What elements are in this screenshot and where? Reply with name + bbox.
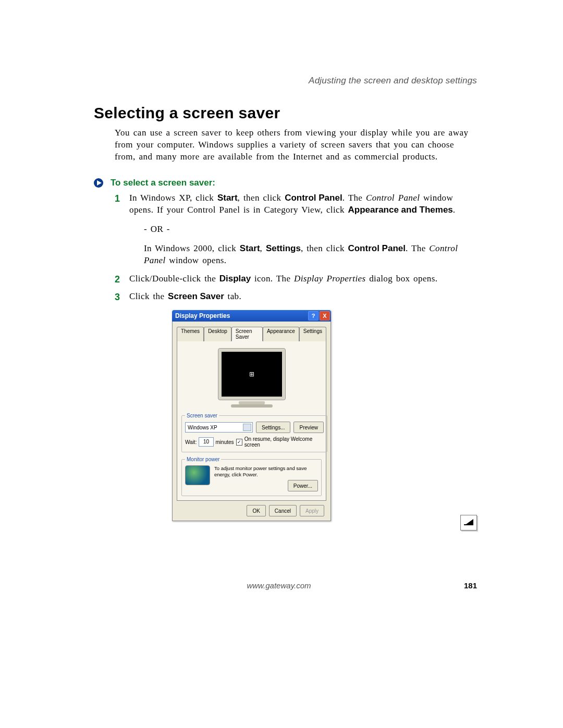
text: In Windows XP, click: [129, 193, 217, 203]
italic: Display Properties: [294, 274, 365, 283]
step-number: 3: [115, 291, 120, 303]
italic: Control Panel: [366, 193, 420, 203]
chapter-header: Adjusting the screen and desktop setting…: [94, 76, 477, 86]
monitor-power-text: To adjust monitor power settings and sav…: [214, 465, 318, 478]
page-footer: www.gateway.com 181: [94, 581, 477, 590]
bold: Start: [240, 243, 260, 253]
tab-desktop[interactable]: Desktop: [204, 327, 231, 341]
step-number: 2: [115, 273, 120, 286]
text: Click/Double-click the: [129, 274, 219, 283]
monitor-preview: ⊞: [181, 346, 322, 409]
cancel-button[interactable]: Cancel: [269, 505, 297, 516]
step-1: 1 In Windows XP, click Start, then click…: [115, 192, 477, 267]
text: . The: [406, 243, 429, 253]
svg-marker-2: [466, 519, 473, 524]
intro-paragraph: You can use a screen saver to keep other…: [115, 127, 477, 163]
steps-list: 1 In Windows XP, click Start, then click…: [115, 192, 477, 303]
screensaver-dropdown[interactable]: Windows XP: [185, 422, 253, 433]
bold: Start: [217, 193, 238, 203]
text: , then click: [238, 193, 285, 203]
text: window opens.: [166, 255, 227, 265]
text: .: [453, 205, 456, 215]
resume-checkbox[interactable]: ✓: [236, 439, 242, 446]
back-arrow-icon: [460, 515, 477, 530]
bold: Display: [219, 274, 251, 283]
tab-screensaver[interactable]: Screen Saver: [231, 327, 263, 341]
wait-unit: minutes: [216, 439, 234, 445]
screensaver-group: Screen saver Windows XP Settings... Prev…: [181, 413, 327, 452]
monitor-power-group: Monitor power To adjust monitor power se…: [181, 456, 322, 496]
energy-globe-icon: [185, 465, 210, 485]
task-title: To select a screen saver:: [111, 178, 215, 188]
text: . The: [342, 193, 366, 203]
page-number: 181: [464, 581, 477, 590]
group-label: Monitor power: [185, 456, 221, 462]
help-button[interactable]: ?: [308, 311, 319, 320]
text: ,: [260, 243, 266, 253]
tab-themes[interactable]: Themes: [177, 327, 204, 341]
step-1-alt: In Windows 2000, click Start, Settings, …: [144, 243, 477, 267]
text: , then click: [301, 243, 348, 253]
ok-button[interactable]: OK: [247, 505, 265, 516]
display-properties-dialog: Display Properties ? X Themes Desktop Sc…: [172, 310, 331, 521]
apply-button[interactable]: Apply: [300, 505, 324, 516]
bold: Settings: [266, 243, 301, 253]
svg-rect-3: [464, 524, 473, 525]
tab-settings[interactable]: Settings: [299, 327, 326, 341]
step-3: 3 Click the Screen Saver tab.: [115, 291, 477, 303]
group-label: Screen saver: [185, 413, 219, 418]
bold: Control Panel: [285, 193, 342, 203]
footer-url: www.gateway.com: [94, 581, 464, 590]
step-2: 2 Click/Double-click the Display icon. T…: [115, 273, 477, 285]
play-arrow-icon: [94, 178, 105, 188]
text: tab.: [224, 291, 241, 301]
text: dialog box opens.: [366, 274, 438, 283]
text: icon. The: [251, 274, 294, 283]
close-button[interactable]: X: [320, 311, 330, 320]
power-button[interactable]: Power...: [288, 480, 318, 491]
wait-label: Wait:: [185, 439, 197, 445]
dialog-titlebar: Display Properties ? X: [172, 310, 331, 322]
preview-button[interactable]: Preview: [293, 422, 324, 433]
resume-label: On resume, display Welcome screen: [244, 436, 324, 448]
bold: Control Panel: [348, 243, 406, 253]
tab-appearance[interactable]: Appearance: [263, 327, 299, 341]
bold: Appearance and Themes: [348, 205, 453, 215]
text: In Windows 2000, click: [144, 243, 240, 253]
wait-spinner[interactable]: 10: [199, 437, 213, 447]
settings-button[interactable]: Settings...: [256, 422, 290, 433]
dialog-tabs: Themes Desktop Screen Saver Appearance S…: [177, 326, 326, 341]
step-number: 1: [115, 192, 120, 205]
section-title: Selecting a screen saver: [94, 104, 477, 122]
text: Click the: [129, 291, 168, 301]
bold: Screen Saver: [168, 291, 224, 301]
dialog-title: Display Properties: [175, 312, 230, 319]
windows-logo-icon: ⊞: [249, 371, 254, 378]
or-separator: - OR -: [144, 224, 477, 236]
